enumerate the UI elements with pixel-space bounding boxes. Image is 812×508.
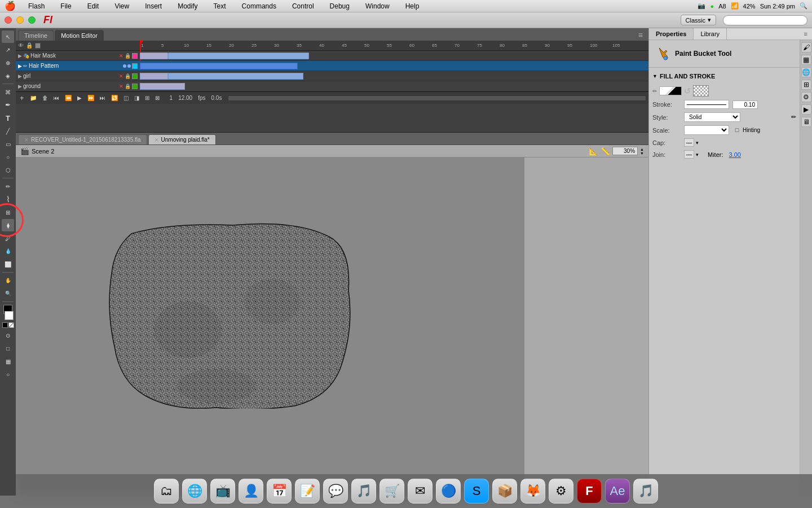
fit-width-icon[interactable]: 📏: [601, 147, 610, 156]
lock-ground[interactable]: 🔒: [125, 84, 131, 89]
prop-icon-globe[interactable]: 🌐: [801, 67, 811, 77]
dock-aftereffects[interactable]: Ae: [605, 479, 630, 503]
stroke-value-input[interactable]: [732, 100, 758, 109]
dock-flash[interactable]: F: [577, 479, 602, 503]
join-dropdown[interactable]: ▾: [696, 152, 699, 157]
layer-name-girl[interactable]: girl: [23, 73, 118, 79]
prop-icon-brush[interactable]: 🖌: [801, 42, 811, 52]
tool-brush[interactable]: ⌇: [2, 193, 14, 205]
tool-oval[interactable]: ○: [2, 151, 14, 163]
search-input[interactable]: [723, 15, 807, 25]
cap-dropdown[interactable]: ▾: [696, 140, 699, 146]
doc-tab-plaid[interactable]: ✕ Unmoving plaid.fla*: [148, 134, 216, 144]
layer-expand-girl[interactable]: ▶: [18, 73, 22, 79]
lock-dot[interactable]: [127, 64, 131, 68]
doc-tab-recover[interactable]: ✕ RECOVER_Untitled-1_20150618213335.fla: [18, 134, 147, 144]
tool-spray[interactable]: ⊞: [2, 206, 14, 218]
timeline-minimize-button[interactable]: ≡: [635, 29, 646, 41]
dock-system-prefs[interactable]: ⚙: [549, 479, 573, 503]
stage-canvas[interactable]: [16, 157, 524, 496]
dock-firefox[interactable]: 🦊: [520, 479, 545, 503]
dock-skype[interactable]: S: [464, 479, 489, 503]
prop-icon-video[interactable]: ▶: [801, 104, 811, 115]
menu-edit[interactable]: Edit: [84, 1, 103, 11]
menu-commands[interactable]: Commands: [239, 1, 280, 11]
menu-help[interactable]: Help: [402, 1, 423, 11]
step-forward-btn[interactable]: ⏩: [86, 94, 96, 102]
scene-name[interactable]: Scene 2: [32, 148, 54, 155]
tool-hand[interactable]: ✋: [2, 274, 14, 287]
visible-dot[interactable]: [123, 64, 126, 68]
zoom-arrows[interactable]: ▲ ▼: [640, 147, 644, 155]
menu-window[interactable]: Window: [362, 1, 393, 11]
dock-quicktime[interactable]: 📺: [210, 479, 235, 503]
layer-expand-arrow[interactable]: ▶: [18, 53, 22, 59]
lock-girl[interactable]: 🔒: [125, 73, 131, 79]
step-back-btn[interactable]: ⏪: [63, 94, 73, 102]
add-folder-btn[interactable]: 📁: [28, 94, 38, 102]
tab-timeline[interactable]: Timeline: [18, 30, 54, 41]
dock-facetime[interactable]: 🔵: [436, 479, 461, 503]
fill-gradient-preview[interactable]: [659, 86, 682, 95]
search-icon[interactable]: 🔍: [800, 2, 807, 10]
layer-frames-ground[interactable]: [140, 81, 648, 91]
dock-contacts[interactable]: 👤: [239, 479, 263, 503]
visibility-x-girl[interactable]: ✕: [119, 73, 123, 79]
layer-frames-girl[interactable]: [140, 71, 648, 81]
zoom-button[interactable]: [28, 16, 36, 24]
tool-text[interactable]: T: [2, 112, 14, 124]
tool-free-transform[interactable]: ⊕: [2, 56, 14, 69]
doc-tab-close-recover[interactable]: ✕: [24, 137, 29, 143]
minimize-button[interactable]: [16, 16, 24, 24]
hinting-checkbox[interactable]: ☐: [735, 128, 739, 133]
tool-pen[interactable]: ✒: [2, 99, 14, 111]
tool-gradient-transform[interactable]: ◈: [2, 69, 14, 82]
close-button[interactable]: [5, 16, 12, 24]
play-btn[interactable]: ▶: [76, 94, 83, 102]
edit-multiple-frames-btn[interactable]: ⊞: [143, 94, 151, 102]
layer-name-hair-pattern[interactable]: Hair Pattern: [29, 63, 122, 69]
layer-name-ground[interactable]: ground: [23, 83, 118, 89]
layer-expand-ground[interactable]: ▶: [18, 84, 22, 89]
menu-control[interactable]: Control: [289, 1, 317, 11]
tab-library[interactable]: Library: [694, 28, 727, 40]
tab-properties[interactable]: Properties: [649, 28, 694, 40]
loop-btn[interactable]: 🔁: [109, 94, 120, 102]
no-color-btn[interactable]: [8, 322, 14, 328]
tool-lasso[interactable]: ⌘: [2, 86, 14, 98]
menu-text[interactable]: Text: [210, 1, 230, 11]
tool-eyedropper[interactable]: 💧: [2, 245, 14, 257]
prop-icon-grid[interactable]: ▦: [801, 55, 811, 65]
cap-none-btn[interactable]: —: [684, 138, 694, 147]
tool-options-2[interactable]: ▦: [2, 355, 14, 367]
menu-insert[interactable]: Insert: [142, 1, 165, 11]
fill-color-swatch[interactable]: [5, 311, 14, 320]
fill-bitmap-icon[interactable]: [693, 85, 709, 97]
tool-line[interactable]: ╱: [2, 125, 14, 137]
modify-onion-markers-btn[interactable]: ⊠: [153, 94, 161, 102]
tool-snap-to-objects[interactable]: ⊙: [2, 329, 14, 341]
dock-mail[interactable]: ✉: [408, 479, 433, 503]
fill-refresh-icon[interactable]: ↺: [684, 86, 691, 95]
panel-minimize-button[interactable]: ≡: [800, 28, 812, 40]
dock-appstore[interactable]: 🛒: [379, 479, 404, 503]
stroke-color-preview[interactable]: [684, 100, 729, 109]
layer-frames-hair-mask[interactable]: [140, 51, 648, 61]
join-miter-btn[interactable]: —: [684, 150, 694, 159]
lock-icon-hair-mask[interactable]: 🔒: [125, 53, 131, 59]
tool-paint-bucket[interactable]: ⧫: [2, 219, 14, 231]
dock-notes[interactable]: 📝: [295, 479, 320, 503]
dock-itunes[interactable]: 🎵: [351, 479, 376, 503]
default-colors[interactable]: [2, 322, 8, 328]
visibility-x-ground[interactable]: ✕: [119, 84, 123, 89]
tool-subselection[interactable]: ↗: [2, 43, 14, 56]
tool-rectangle[interactable]: ▭: [2, 138, 14, 150]
tool-polystar[interactable]: ⬡: [2, 164, 14, 176]
style-select[interactable]: Solid Dashed Dotted: [684, 112, 740, 122]
menu-debug[interactable]: Debug: [326, 1, 353, 11]
tool-ink-bottle[interactable]: 🖊: [2, 232, 14, 244]
onion-skin-outlines-btn[interactable]: ◨: [133, 94, 141, 102]
dock-finder[interactable]: 🗂: [154, 479, 179, 503]
delete-layer-btn[interactable]: 🗑: [41, 94, 50, 102]
tool-eraser[interactable]: ⬜: [2, 258, 14, 270]
